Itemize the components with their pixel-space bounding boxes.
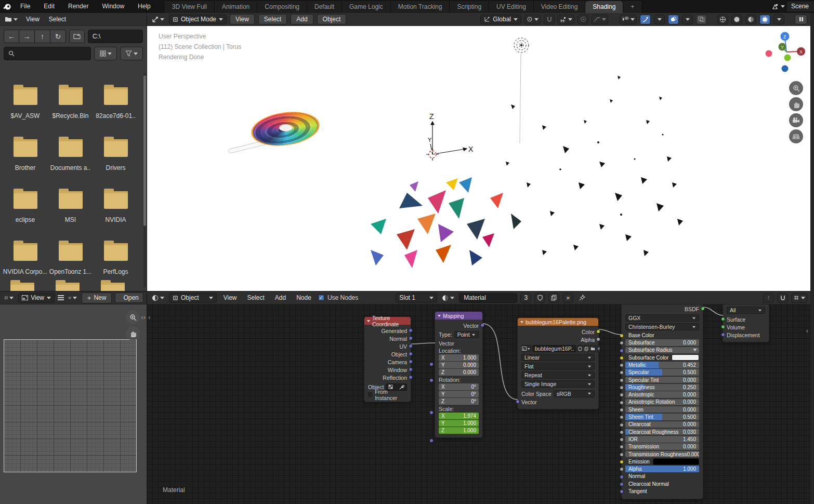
snap-pivot-button[interactable]	[524, 15, 541, 24]
editor-type-button[interactable]	[3, 293, 15, 303]
node-dropdown[interactable]: Flat	[521, 363, 595, 370]
color-swatch[interactable]	[653, 458, 699, 465]
value-slider[interactable]: Transmission 0.000	[625, 443, 699, 450]
input-socket[interactable]	[620, 445, 624, 449]
image-name-field[interactable]: bubblegum16P..	[532, 345, 576, 352]
material-name-field[interactable]: Material	[459, 293, 517, 303]
shading-solid-button[interactable]	[731, 15, 742, 24]
collapse-icon[interactable]	[367, 320, 370, 322]
path-field[interactable]: C:\	[88, 30, 143, 43]
node-dropdown[interactable]: Linear	[521, 354, 595, 361]
folder-item[interactable]: $AV_ASW	[3, 84, 48, 136]
menu-item[interactable]: Edit	[37, 0, 61, 13]
workspace-tab[interactable]: Default	[307, 1, 342, 13]
value-slider[interactable]: Y1.000	[439, 420, 479, 427]
output-socket[interactable]	[596, 337, 600, 341]
bsdf-property-row[interactable]: Alpha 1.000 Alpha Alpha	[625, 466, 699, 472]
menu-item[interactable]: Select	[45, 15, 70, 24]
menu-item[interactable]: Add	[291, 14, 313, 24]
image-view-mode-dropdown[interactable]: View	[18, 293, 55, 303]
input-socket[interactable]	[620, 453, 624, 457]
proportional-editing-button[interactable]	[577, 15, 588, 24]
value-slider[interactable]: Specular 0.500	[625, 369, 699, 376]
bsdf-property-row[interactable]: Base Color Base Color Base Color	[625, 332, 699, 339]
image-grid-canvas[interactable]	[4, 339, 137, 472]
input-socket-vector[interactable]	[429, 362, 434, 366]
bsdf-property-row[interactable]: Roughness 0.250 Roughness Roughness	[625, 384, 699, 391]
fake-user-button[interactable]	[534, 293, 545, 303]
sidebar-toggle[interactable]: ‹›	[141, 313, 146, 321]
shading-rendered-button[interactable]	[759, 15, 770, 24]
node-texture-coordinate[interactable]: Texture Coordinate Generated Normal U	[364, 316, 411, 402]
bsdf-property-row[interactable]: Anisotropic Rotation 0.000 Anisotropic R…	[625, 399, 699, 406]
scene-selector[interactable]: Scene	[771, 2, 814, 11]
mode-dropdown[interactable]: Object Mode	[169, 15, 227, 24]
from-instancer-checkbox[interactable]	[368, 392, 372, 397]
forward-button[interactable]: →	[19, 30, 35, 43]
workspace-tab[interactable]: 3D View Full	[165, 1, 215, 13]
back-button[interactable]: ←	[4, 30, 19, 43]
color-swatch[interactable]	[672, 354, 699, 361]
overlays-toggle-button[interactable]	[668, 15, 679, 24]
camera-view-button[interactable]	[789, 113, 803, 127]
output-socket[interactable]	[409, 344, 413, 348]
menu-item[interactable]: Object	[317, 14, 347, 24]
sidebar-toggle[interactable]: ‹	[148, 313, 150, 321]
input-socket[interactable]	[620, 460, 624, 464]
value-slider[interactable]: Anisotropic Rotation 0.000	[625, 399, 699, 406]
object-visibility-button[interactable]	[620, 15, 637, 24]
refresh-button[interactable]: ↻	[50, 30, 66, 43]
node-image-texture[interactable]: bubblegum16Palette.png Color Alpha	[517, 317, 599, 409]
editor-type-button[interactable]	[150, 15, 166, 24]
output-target-dropdown[interactable]: All	[727, 307, 765, 314]
bsdf-property-row[interactable]: Metallic 0.452 Metallic Metallic	[625, 362, 699, 368]
input-socket[interactable]	[620, 430, 624, 434]
shading-material-button[interactable]	[745, 15, 756, 24]
workspace-tab[interactable]: Game Logic	[342, 1, 391, 13]
workspace-tab[interactable]: Video Editing	[534, 1, 586, 13]
slot-dropdown[interactable]: Slot 1	[396, 293, 437, 303]
workspace-tab[interactable]: Shading	[585, 1, 623, 13]
value-slider[interactable]: Clearcoat 0.000	[625, 421, 699, 428]
pin-button[interactable]	[576, 293, 587, 303]
collapsed-menus-icon[interactable]	[58, 295, 64, 300]
menu-item[interactable]: View	[22, 15, 43, 24]
value-slider[interactable]: Y0.000	[439, 362, 479, 368]
value-slider[interactable]: X1.000	[439, 354, 479, 361]
node-dropdown[interactable]: Single Image	[521, 380, 595, 388]
folder-item[interactable]: Documents a..	[48, 136, 93, 188]
input-socket[interactable]	[620, 341, 624, 345]
workspace-tab[interactable]: Motion Tracking	[391, 1, 450, 13]
folder-item[interactable]: eclipse	[3, 188, 48, 240]
bsdf-property-row[interactable]: Specular Tint 0.000 Specular Tint Specul…	[625, 377, 699, 383]
shading-wireframe-button[interactable]	[717, 15, 728, 24]
output-socket[interactable]	[480, 323, 484, 327]
shader-type-dropdown[interactable]: Object	[169, 293, 217, 303]
value-slider[interactable]: Z0.000	[439, 369, 479, 376]
output-socket[interactable]	[596, 329, 600, 334]
output-socket[interactable]	[409, 375, 413, 379]
go-parent-node-tree-button[interactable]: ↑	[763, 293, 774, 303]
proportional-falloff-button[interactable]	[592, 15, 608, 24]
search-input[interactable]	[4, 47, 91, 60]
snap-node-target-button[interactable]	[791, 293, 807, 303]
input-socket[interactable]	[721, 325, 725, 329]
menu-item[interactable]: Node	[293, 293, 315, 302]
bsdf-property-row[interactable]: Normal Normal Normal	[625, 473, 699, 480]
open-image-button[interactable]: Open	[115, 293, 143, 303]
input-socket[interactable]	[620, 349, 624, 353]
pause-render-button[interactable]	[795, 15, 807, 24]
menu-item[interactable]: Help	[131, 0, 157, 13]
distribution-dropdown[interactable]: GGX	[625, 314, 699, 322]
value-slider[interactable]: X1.974	[439, 413, 479, 419]
value-slider[interactable]: Specular Tint 0.000	[625, 377, 699, 383]
bsdf-property-row[interactable]: Clearcoat Roughness 0.030 Clearcoat Roug…	[625, 429, 699, 435]
snap-target-button[interactable]	[558, 15, 574, 24]
zoom-button[interactable]	[789, 81, 803, 95]
browse-image-button[interactable]	[521, 345, 531, 352]
menu-item[interactable]: Render	[61, 0, 95, 13]
editor-type-button[interactable]	[3, 15, 19, 24]
input-socket[interactable]	[620, 415, 624, 419]
gizmo-toggle-button[interactable]	[640, 15, 651, 24]
color-space-dropdown[interactable]: sRGB	[554, 390, 595, 397]
